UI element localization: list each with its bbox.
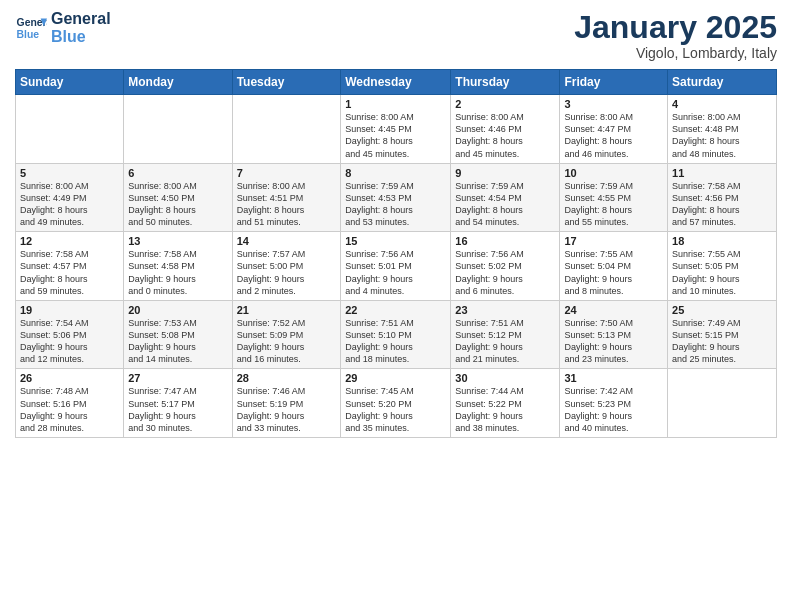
- day-info: Sunrise: 7:49 AM Sunset: 5:15 PM Dayligh…: [672, 317, 772, 366]
- day-info: Sunrise: 8:00 AM Sunset: 4:49 PM Dayligh…: [20, 180, 119, 229]
- logo-line2: Blue: [51, 28, 111, 46]
- day-info: Sunrise: 8:00 AM Sunset: 4:51 PM Dayligh…: [237, 180, 337, 229]
- page: General Blue General Blue January 2025 V…: [0, 0, 792, 612]
- table-cell: 7Sunrise: 8:00 AM Sunset: 4:51 PM Daylig…: [232, 163, 341, 232]
- day-number: 7: [237, 167, 337, 179]
- col-monday: Monday: [124, 70, 232, 95]
- day-number: 20: [128, 304, 227, 316]
- table-cell: 1Sunrise: 8:00 AM Sunset: 4:45 PM Daylig…: [341, 95, 451, 164]
- day-info: Sunrise: 7:53 AM Sunset: 5:08 PM Dayligh…: [128, 317, 227, 366]
- svg-text:Blue: Blue: [17, 28, 40, 39]
- day-number: 23: [455, 304, 555, 316]
- day-info: Sunrise: 7:58 AM Sunset: 4:57 PM Dayligh…: [20, 248, 119, 297]
- table-cell: 23Sunrise: 7:51 AM Sunset: 5:12 PM Dayli…: [451, 300, 560, 369]
- day-number: 29: [345, 372, 446, 384]
- week-row-3: 12Sunrise: 7:58 AM Sunset: 4:57 PM Dayli…: [16, 232, 777, 301]
- day-info: Sunrise: 7:48 AM Sunset: 5:16 PM Dayligh…: [20, 385, 119, 434]
- table-cell: 14Sunrise: 7:57 AM Sunset: 5:00 PM Dayli…: [232, 232, 341, 301]
- day-info: Sunrise: 7:56 AM Sunset: 5:02 PM Dayligh…: [455, 248, 555, 297]
- table-cell: 15Sunrise: 7:56 AM Sunset: 5:01 PM Dayli…: [341, 232, 451, 301]
- day-info: Sunrise: 7:59 AM Sunset: 4:53 PM Dayligh…: [345, 180, 446, 229]
- day-number: 22: [345, 304, 446, 316]
- table-cell: 5Sunrise: 8:00 AM Sunset: 4:49 PM Daylig…: [16, 163, 124, 232]
- calendar-header-row: Sunday Monday Tuesday Wednesday Thursday…: [16, 70, 777, 95]
- table-cell: 31Sunrise: 7:42 AM Sunset: 5:23 PM Dayli…: [560, 369, 668, 438]
- table-cell: [668, 369, 777, 438]
- table-cell: 30Sunrise: 7:44 AM Sunset: 5:22 PM Dayli…: [451, 369, 560, 438]
- day-number: 2: [455, 98, 555, 110]
- table-cell: 8Sunrise: 7:59 AM Sunset: 4:53 PM Daylig…: [341, 163, 451, 232]
- day-number: 9: [455, 167, 555, 179]
- day-number: 4: [672, 98, 772, 110]
- day-number: 1: [345, 98, 446, 110]
- week-row-5: 26Sunrise: 7:48 AM Sunset: 5:16 PM Dayli…: [16, 369, 777, 438]
- day-info: Sunrise: 7:42 AM Sunset: 5:23 PM Dayligh…: [564, 385, 663, 434]
- day-info: Sunrise: 7:58 AM Sunset: 4:58 PM Dayligh…: [128, 248, 227, 297]
- table-cell: 21Sunrise: 7:52 AM Sunset: 5:09 PM Dayli…: [232, 300, 341, 369]
- header: General Blue General Blue January 2025 V…: [15, 10, 777, 61]
- day-number: 13: [128, 235, 227, 247]
- table-cell: 18Sunrise: 7:55 AM Sunset: 5:05 PM Dayli…: [668, 232, 777, 301]
- day-info: Sunrise: 7:50 AM Sunset: 5:13 PM Dayligh…: [564, 317, 663, 366]
- col-thursday: Thursday: [451, 70, 560, 95]
- week-row-2: 5Sunrise: 8:00 AM Sunset: 4:49 PM Daylig…: [16, 163, 777, 232]
- day-info: Sunrise: 7:46 AM Sunset: 5:19 PM Dayligh…: [237, 385, 337, 434]
- table-cell: 12Sunrise: 7:58 AM Sunset: 4:57 PM Dayli…: [16, 232, 124, 301]
- day-number: 24: [564, 304, 663, 316]
- day-info: Sunrise: 7:55 AM Sunset: 5:04 PM Dayligh…: [564, 248, 663, 297]
- day-number: 31: [564, 372, 663, 384]
- day-info: Sunrise: 8:00 AM Sunset: 4:45 PM Dayligh…: [345, 111, 446, 160]
- table-cell: 20Sunrise: 7:53 AM Sunset: 5:08 PM Dayli…: [124, 300, 232, 369]
- table-cell: 10Sunrise: 7:59 AM Sunset: 4:55 PM Dayli…: [560, 163, 668, 232]
- table-cell: 25Sunrise: 7:49 AM Sunset: 5:15 PM Dayli…: [668, 300, 777, 369]
- table-cell: 29Sunrise: 7:45 AM Sunset: 5:20 PM Dayli…: [341, 369, 451, 438]
- day-number: 25: [672, 304, 772, 316]
- week-row-1: 1Sunrise: 8:00 AM Sunset: 4:45 PM Daylig…: [16, 95, 777, 164]
- day-number: 16: [455, 235, 555, 247]
- location: Vigolo, Lombardy, Italy: [574, 45, 777, 61]
- day-info: Sunrise: 7:51 AM Sunset: 5:10 PM Dayligh…: [345, 317, 446, 366]
- day-number: 30: [455, 372, 555, 384]
- day-info: Sunrise: 7:54 AM Sunset: 5:06 PM Dayligh…: [20, 317, 119, 366]
- month-title: January 2025: [574, 10, 777, 45]
- day-info: Sunrise: 7:51 AM Sunset: 5:12 PM Dayligh…: [455, 317, 555, 366]
- day-number: 3: [564, 98, 663, 110]
- day-info: Sunrise: 7:47 AM Sunset: 5:17 PM Dayligh…: [128, 385, 227, 434]
- table-cell: 9Sunrise: 7:59 AM Sunset: 4:54 PM Daylig…: [451, 163, 560, 232]
- table-cell: 26Sunrise: 7:48 AM Sunset: 5:16 PM Dayli…: [16, 369, 124, 438]
- day-info: Sunrise: 7:45 AM Sunset: 5:20 PM Dayligh…: [345, 385, 446, 434]
- day-info: Sunrise: 7:56 AM Sunset: 5:01 PM Dayligh…: [345, 248, 446, 297]
- day-info: Sunrise: 7:57 AM Sunset: 5:00 PM Dayligh…: [237, 248, 337, 297]
- table-cell: 13Sunrise: 7:58 AM Sunset: 4:58 PM Dayli…: [124, 232, 232, 301]
- day-info: Sunrise: 8:00 AM Sunset: 4:48 PM Dayligh…: [672, 111, 772, 160]
- calendar: Sunday Monday Tuesday Wednesday Thursday…: [15, 69, 777, 438]
- day-number: 27: [128, 372, 227, 384]
- table-cell: [232, 95, 341, 164]
- table-cell: 22Sunrise: 7:51 AM Sunset: 5:10 PM Dayli…: [341, 300, 451, 369]
- day-number: 26: [20, 372, 119, 384]
- table-cell: 19Sunrise: 7:54 AM Sunset: 5:06 PM Dayli…: [16, 300, 124, 369]
- day-info: Sunrise: 8:00 AM Sunset: 4:50 PM Dayligh…: [128, 180, 227, 229]
- table-cell: 2Sunrise: 8:00 AM Sunset: 4:46 PM Daylig…: [451, 95, 560, 164]
- table-cell: 3Sunrise: 8:00 AM Sunset: 4:47 PM Daylig…: [560, 95, 668, 164]
- table-cell: 11Sunrise: 7:58 AM Sunset: 4:56 PM Dayli…: [668, 163, 777, 232]
- day-number: 5: [20, 167, 119, 179]
- day-info: Sunrise: 8:00 AM Sunset: 4:46 PM Dayligh…: [455, 111, 555, 160]
- table-cell: 4Sunrise: 8:00 AM Sunset: 4:48 PM Daylig…: [668, 95, 777, 164]
- day-number: 18: [672, 235, 772, 247]
- table-cell: 17Sunrise: 7:55 AM Sunset: 5:04 PM Dayli…: [560, 232, 668, 301]
- col-sunday: Sunday: [16, 70, 124, 95]
- col-tuesday: Tuesday: [232, 70, 341, 95]
- day-number: 6: [128, 167, 227, 179]
- day-info: Sunrise: 8:00 AM Sunset: 4:47 PM Dayligh…: [564, 111, 663, 160]
- day-number: 8: [345, 167, 446, 179]
- day-info: Sunrise: 7:58 AM Sunset: 4:56 PM Dayligh…: [672, 180, 772, 229]
- day-number: 21: [237, 304, 337, 316]
- week-row-4: 19Sunrise: 7:54 AM Sunset: 5:06 PM Dayli…: [16, 300, 777, 369]
- title-block: January 2025 Vigolo, Lombardy, Italy: [574, 10, 777, 61]
- day-info: Sunrise: 7:59 AM Sunset: 4:55 PM Dayligh…: [564, 180, 663, 229]
- table-cell: 16Sunrise: 7:56 AM Sunset: 5:02 PM Dayli…: [451, 232, 560, 301]
- logo: General Blue General Blue: [15, 10, 111, 45]
- day-number: 15: [345, 235, 446, 247]
- day-info: Sunrise: 7:55 AM Sunset: 5:05 PM Dayligh…: [672, 248, 772, 297]
